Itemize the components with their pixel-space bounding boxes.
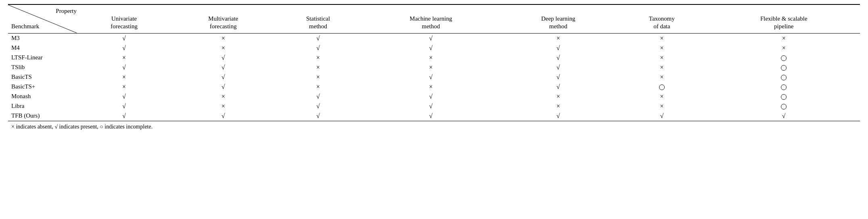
cell-value: √ [501,111,616,121]
check-symbol: √ [429,103,433,110]
cell-value: × [616,101,708,111]
table-row: M4√×√√√×× [8,43,860,53]
cell-value: √ [616,111,708,121]
row-name: Monash [8,92,77,101]
check-symbol: √ [429,112,433,119]
cross-symbol: × [122,83,126,90]
cell-value: × [616,33,708,43]
header-flexible: Flexible & scalablepipeline [708,5,860,33]
check-symbol: √ [122,93,126,100]
table-row: TFB (Ours)√√√√√√√ [8,111,860,121]
cell-value: × [501,101,616,111]
cross-symbol: × [782,35,786,42]
cell-value: × [708,43,860,53]
header-univariate: Univariateforecasting [77,5,171,33]
cell-value: × [171,92,275,101]
footer-text: × indicates absent, √ indicates present,… [8,121,860,133]
cell-value: √ [501,82,616,92]
cell-value [708,72,860,82]
circle-symbol [781,65,787,71]
check-symbol: √ [221,54,225,61]
check-symbol: √ [557,64,560,71]
check-symbol: √ [122,35,126,42]
check-symbol: √ [221,83,225,90]
cell-value: √ [501,53,616,63]
header-row: Property Benchmark Univariateforecasting… [8,5,860,33]
cell-value: √ [275,33,361,43]
cell-value: √ [361,72,501,82]
check-symbol: √ [429,44,433,51]
check-symbol: √ [122,112,126,119]
cross-symbol: × [556,35,560,42]
cross-symbol: × [660,93,664,100]
check-symbol: √ [557,74,560,80]
check-symbol: √ [221,64,225,71]
circle-symbol [781,94,787,100]
cross-symbol: × [556,93,560,100]
check-symbol: √ [316,112,320,119]
header-machine-learning: Machine learningmethod [361,5,501,33]
cell-value: √ [77,43,171,53]
cell-value: × [501,92,616,101]
cell-value: √ [501,72,616,82]
cross-symbol: × [316,74,320,80]
cell-value [708,92,860,101]
cell-value: √ [361,101,501,111]
cross-symbol: × [556,103,560,110]
cell-value: × [77,82,171,92]
cell-value: √ [275,111,361,121]
cell-value: × [361,53,501,63]
table-row: Monash√×√√×× [8,92,860,101]
row-name: BasicTS [8,72,77,82]
circle-symbol [659,84,665,90]
cell-value: × [616,43,708,53]
cell-value: × [77,72,171,82]
circle-symbol [781,55,787,61]
cell-value: √ [361,33,501,43]
cell-value: √ [275,101,361,111]
header-deep-learning: Deep learningmethod [501,5,616,33]
cross-symbol: × [660,35,664,42]
cross-symbol: × [221,93,225,100]
cell-value: √ [77,101,171,111]
cross-symbol: × [221,44,225,51]
check-symbol: √ [557,44,560,51]
table-row: TSlib√√××√× [8,63,860,72]
row-name: Libra [8,101,77,111]
check-symbol: √ [782,112,786,119]
cross-symbol: × [221,35,225,42]
table-body: M3√×√√×××M4√×√√√××LTSF-Linear×√××√×TSlib… [8,33,860,121]
cell-value [616,82,708,92]
cell-value: √ [361,43,501,53]
cell-value: × [275,72,361,82]
cell-value: √ [77,92,171,101]
header-multivariate: Multivariateforecasting [171,5,275,33]
check-symbol: √ [221,112,225,119]
table-row: Libra√×√√×× [8,101,860,111]
table-row: BasicTS+×√××√ [8,82,860,92]
cross-symbol: × [122,54,126,61]
cell-value: × [275,53,361,63]
cell-value: × [708,33,860,43]
check-symbol: √ [557,83,560,90]
check-symbol: √ [557,54,560,61]
cell-value: × [171,33,275,43]
cell-value: √ [361,111,501,121]
cross-symbol: × [429,83,433,90]
cross-symbol: × [429,54,433,61]
check-symbol: √ [429,93,433,100]
circle-symbol [781,75,787,80]
cell-value: × [616,72,708,82]
cell-value: √ [77,63,171,72]
check-symbol: √ [429,74,433,80]
row-name: BasicTS+ [8,82,77,92]
circle-symbol [781,84,787,90]
header-taxonomy: Taxonomyof data [616,5,708,33]
cross-symbol: × [429,64,433,71]
cross-symbol: × [660,54,664,61]
check-symbol: √ [122,64,126,71]
cross-symbol: × [660,103,664,110]
cell-value: × [275,63,361,72]
cell-value [708,101,860,111]
cell-value: √ [275,92,361,101]
